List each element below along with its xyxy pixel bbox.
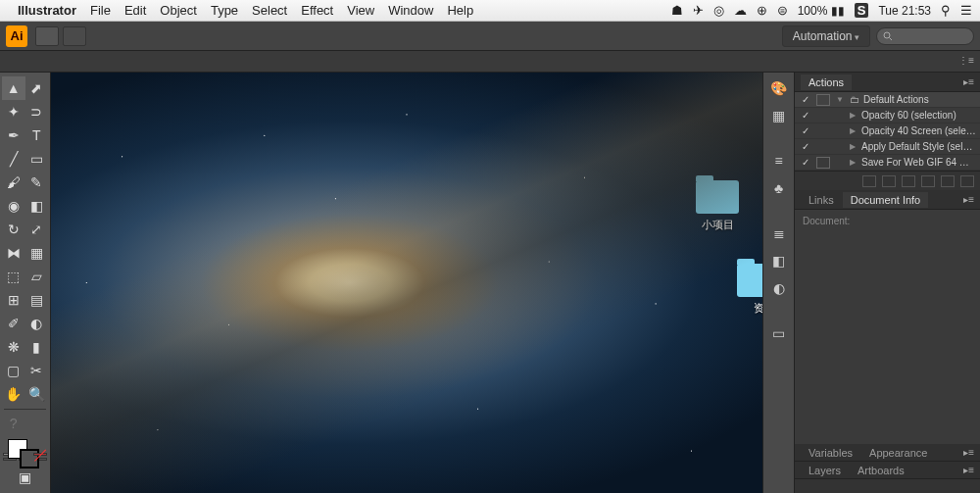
dock-align-icon[interactable]: ▭ xyxy=(768,323,790,343)
disclosure-icon[interactable]: ▶ xyxy=(850,126,856,135)
gradient-tool[interactable]: ▤ xyxy=(25,288,49,312)
status-icon-1[interactable]: ☗ xyxy=(671,3,683,18)
dock-color-icon[interactable]: 🎨 xyxy=(768,78,790,98)
app-name[interactable]: Illustrator xyxy=(18,3,76,18)
layers-tab[interactable]: Layers xyxy=(801,463,849,478)
blend-tool[interactable]: ◐ xyxy=(25,312,49,335)
workspace-switcher[interactable]: Automation xyxy=(782,25,870,47)
variables-tab[interactable]: Variables xyxy=(801,445,860,461)
slice-tool[interactable]: ✂ xyxy=(25,359,49,382)
action-check-icon[interactable]: ✓ xyxy=(799,110,812,121)
magic-wand-tool[interactable]: ✦ xyxy=(2,100,25,123)
clock[interactable]: Tue 21:53 xyxy=(878,4,931,18)
menu-edit[interactable]: Edit xyxy=(124,3,146,18)
dock-swatches-icon[interactable]: ▦ xyxy=(768,106,790,125)
actions-menu-icon[interactable]: ▸≡ xyxy=(963,76,974,87)
menu-help[interactable]: Help xyxy=(447,3,473,18)
fill-stroke-control[interactable] xyxy=(6,439,44,448)
action-item-row[interactable]: ✓ ▶ Save For Web GIF 64 Dithe... xyxy=(795,155,980,171)
hand-tool[interactable]: ✋ xyxy=(2,382,25,406)
dock-brushes-icon[interactable]: ≡ xyxy=(768,151,790,171)
wifi-icon[interactable]: ⊜ xyxy=(777,3,788,18)
blob-brush-tool[interactable]: ◉ xyxy=(2,194,25,218)
action-check-icon[interactable]: ✓ xyxy=(799,94,812,105)
variables-menu-icon[interactable]: ▸≡ xyxy=(963,447,974,458)
symbol-sprayer-tool[interactable]: ❋ xyxy=(2,335,25,359)
docinfo-menu-icon[interactable]: ▸≡ xyxy=(963,194,974,205)
action-dialog-toggle[interactable] xyxy=(816,157,830,169)
pen-tool[interactable]: ✒ xyxy=(2,123,25,147)
disclosure-icon[interactable]: ▶ xyxy=(850,142,856,151)
scale-tool[interactable]: ⤢ xyxy=(25,218,49,241)
desktop-folder-2[interactable]: 资 xyxy=(733,264,762,316)
disclosure-icon[interactable]: ▶ xyxy=(850,111,856,120)
mesh-tool[interactable]: ⊞ xyxy=(2,288,25,312)
lasso-tool[interactable]: ⊃ xyxy=(25,100,49,123)
action-dialog-toggle[interactable] xyxy=(816,94,830,106)
selection-tool[interactable]: ▲ xyxy=(2,76,25,100)
status-icon-3[interactable]: ◎ xyxy=(713,3,724,18)
record-button[interactable] xyxy=(882,175,896,187)
rectangle-tool[interactable]: ▭ xyxy=(25,147,49,171)
artboards-tab[interactable]: Artboards xyxy=(850,463,912,478)
type-tool[interactable]: T xyxy=(25,123,49,147)
disclosure-icon[interactable]: ▶ xyxy=(850,158,856,167)
color-mode-none[interactable] xyxy=(33,453,47,456)
action-item-row[interactable]: ✓ ▶ Opacity 40 Screen (selecti... xyxy=(795,123,980,139)
menu-extras-icon[interactable]: ☰ xyxy=(960,3,972,18)
zoom-tool[interactable]: 🔍 xyxy=(25,382,49,406)
free-transform-tool[interactable]: ▦ xyxy=(25,241,49,265)
new-action-button[interactable] xyxy=(941,175,955,187)
shape-builder-tool[interactable]: ⬚ xyxy=(2,265,25,288)
direct-selection-tool[interactable]: ⬈ xyxy=(25,76,49,100)
layers-menu-icon[interactable]: ▸≡ xyxy=(963,465,974,475)
appearance-tab[interactable]: Appearance xyxy=(861,445,935,461)
menu-object[interactable]: Object xyxy=(160,3,197,18)
desktop-folder-1[interactable]: 小项目 xyxy=(692,180,743,232)
menu-effect[interactable]: Effect xyxy=(301,3,333,18)
status-icon-2[interactable]: ✈ xyxy=(693,3,704,18)
status-icon-5[interactable]: ⊕ xyxy=(757,3,767,18)
stop-button[interactable] xyxy=(862,175,876,187)
bridge-button[interactable] xyxy=(35,26,59,46)
menu-type[interactable]: Type xyxy=(211,3,238,18)
action-check-icon[interactable]: ✓ xyxy=(799,141,812,152)
battery-status[interactable]: 100% ▮▮ xyxy=(798,4,845,18)
graph-tool[interactable]: ▮ xyxy=(25,335,49,359)
action-item-row[interactable]: ✓ ▶ Opacity 60 (selection) xyxy=(795,108,980,123)
action-dialog-toggle[interactable] xyxy=(816,110,830,122)
links-tab[interactable]: Links xyxy=(801,192,842,208)
options-collapse-icon[interactable]: ⋮≡ xyxy=(958,55,974,66)
eraser-tool[interactable]: ◧ xyxy=(25,194,49,218)
play-button[interactable] xyxy=(902,175,915,187)
delete-button[interactable] xyxy=(960,175,974,187)
new-set-button[interactable] xyxy=(921,175,935,187)
search-field[interactable] xyxy=(876,27,974,45)
dock-stroke-icon[interactable]: ≣ xyxy=(768,223,790,243)
action-set-row[interactable]: ✓ ▼ 🗀 Default Actions xyxy=(795,92,980,108)
action-dialog-toggle[interactable] xyxy=(816,125,830,137)
dock-transparency-icon[interactable]: ◐ xyxy=(768,278,790,298)
rotate-tool[interactable]: ↻ xyxy=(2,218,25,241)
menu-select[interactable]: Select xyxy=(252,3,287,18)
pencil-tool[interactable]: ✎ xyxy=(25,171,49,194)
action-check-icon[interactable]: ✓ xyxy=(799,157,812,168)
menu-view[interactable]: View xyxy=(347,3,374,18)
screen-mode-button[interactable]: ▣ xyxy=(2,466,48,489)
menu-window[interactable]: Window xyxy=(388,3,433,18)
paintbrush-tool[interactable]: 🖌 xyxy=(2,171,25,194)
width-tool[interactable]: ⧓ xyxy=(2,241,25,265)
disclosure-icon[interactable]: ▼ xyxy=(836,95,844,104)
document-info-tab[interactable]: Document Info xyxy=(843,192,929,208)
dock-symbols-icon[interactable]: ♣ xyxy=(768,178,790,198)
artboard-tool[interactable]: ▢ xyxy=(2,359,25,382)
actions-tab[interactable]: Actions xyxy=(801,74,852,90)
line-tool[interactable]: ╱ xyxy=(2,147,25,171)
action-item-row[interactable]: ✓ ▶ Apply Default Style (select... xyxy=(795,139,980,155)
spotlight-icon[interactable]: ⚲ xyxy=(941,3,951,18)
canvas-area[interactable]: 小项目 资 xyxy=(51,73,762,493)
arrange-button[interactable] xyxy=(63,26,86,46)
action-check-icon[interactable]: ✓ xyxy=(799,125,812,136)
action-dialog-toggle[interactable] xyxy=(816,141,830,153)
status-icon-4[interactable]: ☁ xyxy=(734,3,747,18)
